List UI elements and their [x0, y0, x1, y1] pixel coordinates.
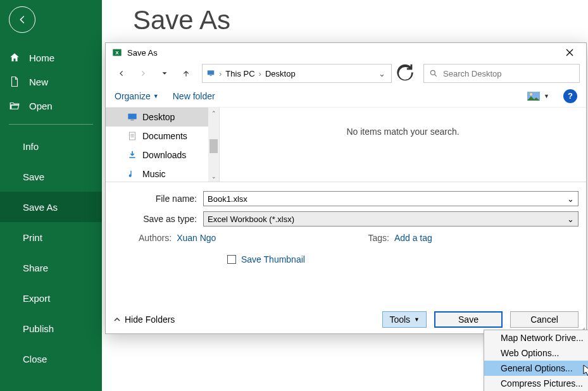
monitor-icon — [206, 69, 215, 78]
empty-message: No items match your search. — [346, 127, 459, 137]
authors-value[interactable]: Xuan Ngo — [177, 233, 216, 243]
nav-save-as[interactable]: Save As — [0, 192, 102, 222]
crumb-this-pc[interactable]: This PC — [225, 69, 254, 78]
checkbox[interactable] — [227, 255, 236, 264]
file-icon — [9, 76, 20, 87]
folder-open-icon — [9, 100, 20, 111]
chevron-right-icon: › — [219, 69, 222, 78]
menu-web-options[interactable]: Web Options... — [484, 345, 588, 361]
hide-folders-button[interactable]: Hide Folders — [113, 314, 175, 325]
close-button[interactable] — [557, 44, 582, 61]
arrow-left-icon — [117, 69, 126, 78]
filename-label: File name: — [113, 194, 203, 204]
folder-tree: Desktop Documents Downloads Music ⌃ ⌄ — [106, 108, 220, 182]
nav-home[interactable]: Home — [0, 46, 102, 70]
svg-point-4 — [430, 70, 435, 75]
nav-open[interactable]: Open — [0, 94, 102, 118]
chevron-right-icon: › — [259, 69, 261, 78]
home-icon — [9, 52, 20, 63]
nav-row: › This PC › Desktop ⌄ — [106, 62, 586, 85]
svg-rect-9 — [129, 132, 135, 140]
page-title: Save As — [133, 5, 230, 35]
filename-input[interactable]: Book1.xlsx⌄ — [203, 191, 579, 206]
desktop-icon — [127, 112, 137, 122]
scroll-thumb[interactable] — [210, 139, 218, 153]
help-button[interactable]: ? — [563, 89, 577, 103]
tree-downloads[interactable]: Downloads — [106, 146, 219, 164]
close-icon — [566, 49, 573, 56]
svg-text:X: X — [115, 50, 119, 56]
svg-point-6 — [530, 93, 532, 96]
new-folder-button[interactable]: New folder — [173, 91, 215, 101]
tree-documents[interactable]: Documents — [106, 127, 219, 146]
tree-scrollbar[interactable]: ⌃ ⌄ — [208, 108, 219, 182]
excel-icon: X — [112, 47, 122, 58]
menu-compress-pictures[interactable]: Compress Pictures... — [484, 376, 588, 391]
nav-label: New — [29, 77, 48, 87]
search-box[interactable] — [423, 64, 580, 83]
file-list: No items match your search. — [220, 108, 586, 182]
nav-close[interactable]: Close — [0, 344, 102, 374]
nav-up[interactable] — [177, 64, 196, 83]
tools-menu-button[interactable]: Tools ▼ — [382, 311, 427, 328]
nav-new[interactable]: New — [0, 70, 102, 94]
svg-rect-3 — [210, 75, 212, 76]
svg-rect-2 — [208, 70, 215, 75]
tree-music[interactable]: Music — [106, 164, 219, 182]
scroll-up-icon[interactable]: ⌃ — [208, 108, 219, 118]
refresh-icon — [394, 63, 416, 84]
mouse-cursor — [583, 364, 588, 380]
nav-publish[interactable]: Publish — [0, 313, 102, 344]
search-icon — [429, 69, 438, 78]
savetype-label: Save as type: — [113, 214, 203, 224]
authors-label: Authors: — [139, 233, 172, 243]
save-thumbnail-option[interactable]: Save Thumbnail — [227, 254, 579, 264]
tools-dropdown-menu: Map Network Drive... Web Options... Gene… — [484, 330, 588, 391]
nav-share[interactable]: Share — [0, 252, 102, 283]
organize-menu[interactable]: Organize▼ — [115, 91, 159, 101]
menu-map-network-drive[interactable]: Map Network Drive... — [484, 330, 588, 345]
search-input[interactable] — [443, 69, 574, 78]
caret-down-icon: ▼ — [414, 316, 420, 323]
picture-icon — [527, 92, 540, 101]
scroll-down-icon[interactable]: ⌄ — [208, 171, 219, 182]
crumb-desktop[interactable]: Desktop — [265, 69, 296, 78]
address-bar[interactable]: › This PC › Desktop ⌄ — [202, 64, 392, 83]
save-as-dialog: X Save As › This PC › Desktop ⌄ Organize… — [105, 42, 587, 334]
tags-value[interactable]: Add a tag — [394, 233, 432, 243]
save-button[interactable]: Save — [434, 311, 503, 328]
svg-rect-8 — [130, 120, 134, 120]
nav-label: Open — [29, 101, 53, 111]
dialog-titlebar: X Save As — [106, 43, 586, 62]
refresh-button[interactable] — [394, 64, 416, 83]
svg-rect-7 — [128, 114, 136, 120]
nav-save[interactable]: Save — [0, 161, 102, 192]
arrow-right-icon — [139, 69, 147, 78]
cancel-button[interactable]: Cancel — [510, 311, 579, 328]
tree-desktop[interactable]: Desktop — [106, 108, 219, 127]
music-icon — [127, 169, 137, 179]
dialog-title: Save As — [127, 48, 557, 58]
nav-export[interactable]: Export — [0, 283, 102, 313]
chevron-up-icon — [113, 316, 121, 323]
menu-general-options[interactable]: General Options... — [484, 361, 588, 376]
nav-back[interactable] — [112, 64, 131, 83]
chevron-down-icon[interactable]: ⌄ — [567, 194, 574, 204]
document-icon — [127, 131, 137, 141]
nav-info[interactable]: Info — [0, 131, 102, 161]
caret-down-icon: ▼ — [153, 93, 159, 99]
form: File name: Book1.xlsx⌄ Save as type: Exc… — [106, 182, 586, 264]
address-dropdown[interactable]: ⌄ — [376, 69, 387, 78]
back-button[interactable] — [9, 6, 35, 33]
savetype-select[interactable]: Excel Workbook (*.xlsx)⌄ — [203, 211, 579, 227]
chevron-down-icon — [160, 69, 169, 78]
arrow-up-icon — [182, 69, 191, 78]
nav-recent[interactable] — [155, 64, 174, 83]
backstage-sidebar: Home New Open Info Save Save As Print Sh… — [0, 0, 102, 391]
divider — [9, 124, 93, 125]
caret-down-icon: ▼ — [544, 93, 549, 99]
nav-print[interactable]: Print — [0, 222, 102, 252]
view-menu[interactable]: ▼ — [527, 92, 549, 101]
chevron-down-icon[interactable]: ⌄ — [567, 214, 574, 224]
nav-forward — [134, 64, 153, 83]
